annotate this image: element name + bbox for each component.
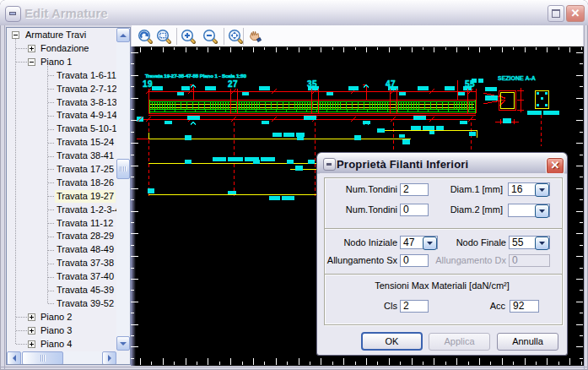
svg-text:19: 19	[143, 79, 153, 89]
svg-text:27: 27	[228, 79, 238, 89]
svg-text:Travata 19-27-35-47-55 Piano 1: Travata 19-27-35-47-55 Piano 1 - Scala 1…	[145, 73, 247, 79]
svg-text:SEZIONE A-A: SEZIONE A-A	[498, 75, 536, 81]
